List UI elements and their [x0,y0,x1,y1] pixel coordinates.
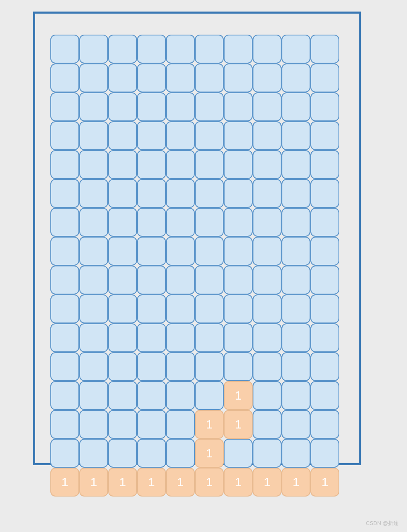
grid-cell-empty[interactable] [253,208,282,237]
grid-cell-filled[interactable]: 1 [310,468,339,497]
grid-cell-empty[interactable] [108,208,137,237]
grid-cell-empty[interactable] [224,323,253,352]
grid-cell-empty[interactable] [79,208,108,237]
grid-cell-empty[interactable] [224,294,253,323]
grid-cell-empty[interactable] [166,323,195,352]
grid-cell-empty[interactable] [253,237,282,266]
grid-cell-empty[interactable] [137,150,166,179]
grid-cell-empty[interactable] [310,410,339,439]
grid-cell-empty[interactable] [253,64,282,92]
grid-cell-empty[interactable] [195,35,224,64]
grid-cell-empty[interactable] [108,121,137,150]
grid-cell-empty[interactable] [253,150,282,179]
grid-cell-empty[interactable] [195,352,224,381]
grid-cell-empty[interactable] [79,294,108,323]
grid-cell-empty[interactable] [137,410,166,439]
grid-cell-empty[interactable] [79,35,108,64]
grid-cell-empty[interactable] [166,208,195,237]
grid-cell-empty[interactable] [108,237,137,266]
grid-cell-empty[interactable] [195,323,224,352]
grid-cell-empty[interactable] [310,323,339,352]
grid-cell-empty[interactable] [166,35,195,64]
grid-cell-empty[interactable] [224,439,253,468]
grid-cell-empty[interactable] [282,352,310,381]
grid-cell-empty[interactable] [137,266,166,294]
grid-cell-empty[interactable] [108,323,137,352]
grid-cell-empty[interactable] [137,208,166,237]
grid-cell-empty[interactable] [224,121,253,150]
grid-cell-empty[interactable] [282,179,310,208]
grid-cell-empty[interactable] [137,439,166,468]
grid-cell-empty[interactable] [253,266,282,294]
grid-cell-empty[interactable] [310,64,339,92]
grid-cell-empty[interactable] [282,410,310,439]
grid-cell-empty[interactable] [282,294,310,323]
grid-cell-empty[interactable] [310,208,339,237]
grid-cell-empty[interactable] [224,150,253,179]
grid-cell-empty[interactable] [310,179,339,208]
grid-cell-empty[interactable] [50,179,79,208]
grid-cell-filled[interactable]: 1 [195,468,224,497]
grid-cell-empty[interactable] [50,92,79,121]
grid-cell-filled[interactable]: 1 [79,468,108,497]
grid-cell-empty[interactable] [79,237,108,266]
grid-cell-empty[interactable] [137,323,166,352]
grid-cell-empty[interactable] [253,92,282,121]
grid-cell-empty[interactable] [166,237,195,266]
grid-cell-filled[interactable]: 1 [108,468,137,497]
grid-cell-empty[interactable] [79,410,108,439]
grid-cell-empty[interactable] [166,266,195,294]
grid-cell-empty[interactable] [282,323,310,352]
grid-cell-empty[interactable] [137,92,166,121]
grid-cell-empty[interactable] [195,179,224,208]
grid-cell-empty[interactable] [50,294,79,323]
grid-cell-empty[interactable] [50,352,79,381]
grid-cell-empty[interactable] [282,266,310,294]
grid-cell-empty[interactable] [195,381,224,410]
grid-cell-empty[interactable] [108,179,137,208]
grid-cell-empty[interactable] [50,64,79,92]
grid-cell-empty[interactable] [310,352,339,381]
grid-cell-filled[interactable]: 1 [224,381,253,410]
grid-cell-empty[interactable] [50,121,79,150]
grid-cell-empty[interactable] [253,121,282,150]
grid-cell-filled[interactable]: 1 [282,468,310,497]
game-board[interactable]: 11111111111111 [50,35,339,497]
grid-cell-empty[interactable] [253,294,282,323]
grid-cell-empty[interactable] [224,92,253,121]
grid-cell-empty[interactable] [253,381,282,410]
grid-cell-empty[interactable] [195,150,224,179]
grid-cell-empty[interactable] [108,381,137,410]
grid-cell-empty[interactable] [282,150,310,179]
grid-cell-empty[interactable] [253,439,282,468]
grid-cell-empty[interactable] [108,150,137,179]
grid-cell-empty[interactable] [224,266,253,294]
grid-cell-empty[interactable] [224,64,253,92]
grid-cell-empty[interactable] [253,410,282,439]
grid-cell-empty[interactable] [310,35,339,64]
grid-cell-empty[interactable] [310,92,339,121]
grid-cell-empty[interactable] [166,352,195,381]
grid-cell-empty[interactable] [166,179,195,208]
grid-cell-filled[interactable]: 1 [253,468,282,497]
grid-cell-empty[interactable] [79,439,108,468]
grid-cell-filled[interactable]: 1 [195,439,224,468]
grid-cell-empty[interactable] [137,64,166,92]
grid-cell-empty[interactable] [310,266,339,294]
grid-cell-empty[interactable] [310,237,339,266]
grid-cell-filled[interactable]: 1 [195,410,224,439]
grid-cell-empty[interactable] [166,294,195,323]
grid-cell-empty[interactable] [310,381,339,410]
grid-cell-empty[interactable] [195,237,224,266]
grid-cell-empty[interactable] [310,121,339,150]
grid-cell-empty[interactable] [50,150,79,179]
grid-cell-empty[interactable] [79,266,108,294]
grid-cell-empty[interactable] [108,35,137,64]
grid-cell-empty[interactable] [79,64,108,92]
grid-cell-empty[interactable] [166,410,195,439]
grid-cell-filled[interactable]: 1 [166,468,195,497]
grid-cell-empty[interactable] [50,35,79,64]
grid-cell-empty[interactable] [224,208,253,237]
grid-cell-empty[interactable] [50,208,79,237]
grid-cell-empty[interactable] [166,92,195,121]
